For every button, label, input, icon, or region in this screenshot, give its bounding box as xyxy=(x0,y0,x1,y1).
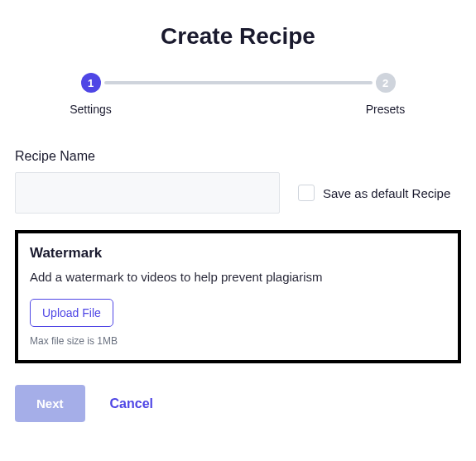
action-row: Next Cancel xyxy=(15,385,461,422)
watermark-title: Watermark xyxy=(30,245,446,262)
next-button[interactable]: Next xyxy=(15,385,85,422)
step-labels: Settings Presets xyxy=(81,103,396,116)
watermark-section: Watermark Add a watermark to videos to h… xyxy=(15,230,461,363)
cancel-button[interactable]: Cancel xyxy=(110,396,153,411)
stepper: 1 2 xyxy=(81,73,396,93)
step-1-label: Settings xyxy=(66,103,116,116)
watermark-description: Add a watermark to videos to help preven… xyxy=(30,270,446,284)
recipe-name-input[interactable] xyxy=(15,172,280,214)
recipe-name-label: Recipe Name xyxy=(15,149,461,164)
save-default-wrap: Save as default Recipe xyxy=(298,185,450,201)
save-default-label: Save as default Recipe xyxy=(323,186,450,200)
upload-file-button[interactable]: Upload File xyxy=(30,299,113,327)
step-2-label: Presets xyxy=(361,103,411,116)
file-size-hint: Max file size is 1MB xyxy=(30,335,446,347)
step-1-circle[interactable]: 1 xyxy=(81,73,101,93)
step-line xyxy=(104,81,373,84)
save-default-checkbox[interactable] xyxy=(298,185,315,201)
page-title: Create Recipe xyxy=(15,23,461,50)
step-2-circle[interactable]: 2 xyxy=(376,73,396,93)
recipe-name-row: Save as default Recipe xyxy=(15,172,461,214)
